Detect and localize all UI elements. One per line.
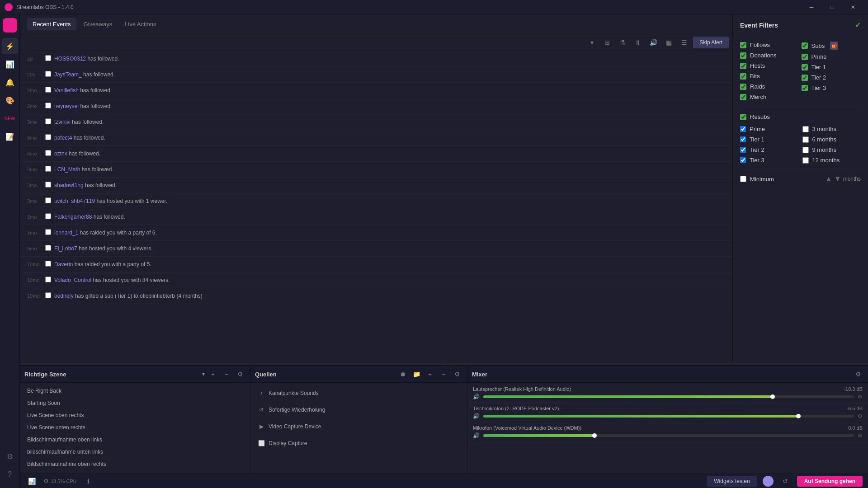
scene-item[interactable]: Starting Soon — [22, 397, 248, 409]
filter-btn[interactable]: ⚗ — [616, 36, 629, 49]
mixer-slider[interactable] — [483, 395, 854, 398]
event-check-btn[interactable]: ✓ — [715, 133, 725, 143]
list-btn[interactable]: ☰ — [678, 36, 690, 49]
filter-confirm-icon[interactable]: ✓ — [855, 21, 861, 29]
scene-item[interactable]: Bildschirmaufnahme oben rechts — [22, 458, 248, 470]
sidebar-item-new[interactable]: NEW — [2, 110, 18, 127]
scene-item[interactable]: Live Scene oben rechts — [22, 409, 248, 421]
filter-item[interactable]: Tier 1 — [802, 64, 861, 70]
event-refresh-btn[interactable]: ↺ — [703, 275, 713, 285]
event-check-btn[interactable]: ✓ — [715, 244, 725, 253]
sources-settings-btn[interactable]: ⚙ — [452, 369, 462, 380]
scene-item[interactable]: Live Scene unten rechts — [22, 422, 248, 433]
event-refresh-btn[interactable]: ↺ — [703, 180, 713, 190]
source-lock-btn[interactable]: 🔒 — [449, 404, 460, 415]
filter-checkbox[interactable] — [740, 84, 746, 90]
filter-item[interactable]: Tier 3 — [802, 84, 861, 91]
sidebar-item-analytics[interactable]: 📊 — [2, 56, 18, 72]
months-checkbox[interactable] — [802, 136, 809, 143]
event-checkbox[interactable] — [45, 213, 54, 221]
event-check-btn[interactable]: ✓ — [715, 70, 725, 80]
grid-btn[interactable]: ▦ — [662, 36, 675, 49]
minimize-button[interactable]: ─ — [801, 0, 822, 14]
tab-recent-events[interactable]: Recent Events — [27, 18, 76, 30]
sidebar-item-help[interactable]: ? — [2, 466, 18, 483]
scenes-dropdown-icon[interactable]: ▾ — [202, 371, 205, 377]
sources-record-btn[interactable]: ⏺ — [397, 369, 408, 380]
scene-item[interactable]: Bildschirmaufnahme oben links — [22, 434, 248, 446]
filter-item[interactable]: Merch — [740, 94, 800, 100]
event-checkbox[interactable] — [45, 197, 54, 205]
event-user-link[interactable]: Falkengamer88 — [54, 214, 92, 220]
sidebar-item-themes[interactable]: 🎨 — [2, 92, 18, 108]
event-user-link[interactable]: JaysTeam_ — [54, 71, 82, 78]
event-user-link[interactable]: tzvinivi — [54, 119, 71, 125]
event-user-link[interactable]: Daverin — [54, 261, 73, 267]
sources-add-btn[interactable]: + — [425, 369, 435, 380]
source-item[interactable]: ♪Kanalpunkte Sounds👁🔒 — [252, 385, 465, 401]
volume-btn[interactable]: 🔊 — [647, 36, 660, 49]
filter-item[interactable]: Raids — [740, 83, 800, 90]
event-refresh-btn[interactable]: ↺ — [703, 212, 713, 222]
sidebar-item-settings[interactable]: ⚙ — [2, 448, 18, 465]
months-item[interactable]: 12 months — [802, 157, 861, 164]
go-live-button[interactable]: Auf Sendung gehen — [797, 476, 863, 487]
event-refresh-btn[interactable]: ↺ — [703, 54, 713, 64]
filter-item[interactable]: Tier 2 — [802, 74, 861, 81]
resubs-checkbox[interactable] — [740, 114, 746, 120]
scene-item[interactable]: Be Right Back — [22, 385, 248, 397]
source-item[interactable]: ▶Video Capture Device👁🔒 — [252, 418, 465, 435]
months-checkbox[interactable] — [802, 126, 809, 132]
event-refresh-btn[interactable]: ↺ — [703, 196, 713, 206]
source-visibility-btn[interactable]: 👁 — [437, 438, 448, 449]
event-checkbox[interactable] — [45, 150, 54, 157]
event-checkbox[interactable] — [45, 55, 54, 62]
event-checkbox[interactable] — [45, 277, 54, 284]
source-lock-btn[interactable]: 🔒 — [449, 388, 460, 399]
event-user-link[interactable]: shadowf1ng — [54, 182, 84, 188]
minimum-spinner-down[interactable]: ▼ — [834, 175, 841, 183]
widgets-test-button[interactable]: Widgets testen — [707, 476, 757, 487]
event-checkbox[interactable] — [45, 71, 54, 78]
event-check-btn[interactable]: ✓ — [715, 149, 725, 159]
event-refresh-btn[interactable]: ↺ — [703, 133, 713, 143]
mixer-settings-btn[interactable]: ⚙ — [853, 369, 863, 380]
event-checkbox[interactable] — [45, 118, 54, 126]
tab-giveaways[interactable]: Giveaways — [78, 18, 118, 30]
minimum-spinner-up[interactable]: ▲ — [825, 175, 832, 183]
source-lock-btn[interactable]: 🔒 — [449, 438, 460, 449]
sidebar-item-events[interactable]: ⚡ — [2, 38, 18, 54]
filter-checkbox[interactable] — [802, 42, 808, 49]
source-visibility-btn[interactable]: 👁 — [437, 404, 448, 415]
months-checkbox[interactable] — [802, 157, 809, 164]
source-item[interactable]: ⬜Display Capture👁🔒 — [252, 435, 465, 451]
event-check-btn[interactable]: ✓ — [715, 228, 725, 238]
gift-icon[interactable]: 🎁 — [830, 42, 838, 50]
source-visibility-btn[interactable]: 👁 — [437, 388, 448, 399]
grid-view-btn[interactable]: ⊞ — [601, 36, 613, 49]
tier-item[interactable]: Prime — [740, 126, 799, 132]
mixer-gear-icon[interactable]: ⚙ — [858, 432, 863, 439]
event-check-btn[interactable]: ✓ — [715, 212, 725, 222]
event-user-link[interactable]: HOSSO0312 — [54, 56, 86, 62]
event-check-btn[interactable]: ✓ — [715, 291, 725, 301]
event-check-btn[interactable]: ✓ — [715, 275, 725, 285]
mixer-slider-handle[interactable] — [796, 414, 801, 418]
event-checkbox[interactable] — [45, 87, 54, 94]
event-user-link[interactable]: Volado_Control — [54, 277, 91, 283]
event-refresh-btn[interactable]: ↺ — [703, 291, 713, 301]
event-check-btn[interactable]: ✓ — [715, 196, 725, 206]
statusbar-info-btn[interactable]: ℹ — [82, 475, 94, 488]
event-refresh-btn[interactable]: ↺ — [703, 228, 713, 238]
filter-dropdown-btn[interactable]: ▾ — [585, 36, 598, 49]
tier-item[interactable]: Tier 2 — [740, 146, 799, 153]
mixer-slider[interactable] — [483, 434, 854, 437]
filter-checkbox[interactable] — [802, 75, 808, 81]
tier-item[interactable]: Tier 1 — [740, 136, 799, 143]
filter-checkbox[interactable] — [802, 64, 808, 70]
source-visibility-btn[interactable]: 👁 — [437, 421, 448, 432]
event-checkbox[interactable] — [45, 292, 54, 300]
months-item[interactable]: 6 months — [802, 136, 861, 143]
event-refresh-btn[interactable]: ↺ — [703, 117, 713, 127]
event-user-link[interactable]: El_Lobo7 — [54, 245, 77, 252]
